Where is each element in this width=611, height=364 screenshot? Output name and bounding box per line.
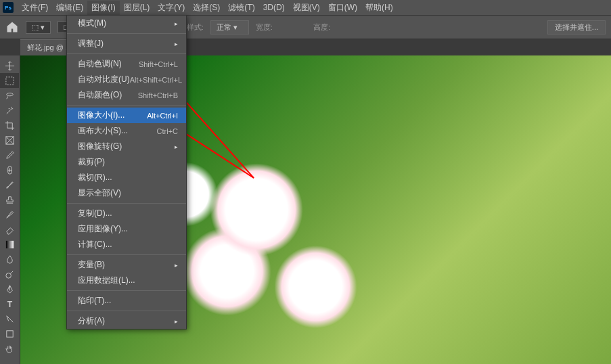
svg-rect-0 xyxy=(5,76,13,84)
menu-filter[interactable]: 滤镜(T) xyxy=(224,1,258,15)
width-label: 宽度: xyxy=(256,22,273,32)
toolbar: T xyxy=(0,55,20,364)
svg-rect-6 xyxy=(6,330,12,336)
menu-image-size[interactable]: 图像大小(I)...Alt+Ctrl+I xyxy=(67,108,186,123)
menu-reveal-all[interactable]: 显示全部(V) xyxy=(67,185,186,201)
menu-type[interactable]: 文字(Y) xyxy=(154,1,189,15)
marquee-tool[interactable] xyxy=(0,73,19,88)
frame-tool[interactable] xyxy=(0,133,19,147)
crop-tool[interactable] xyxy=(0,118,19,133)
menu-image[interactable]: 图像(I) xyxy=(87,1,119,15)
image-menu-dropdown: 模式(M) 调整(J) 自动色调(N)Shift+Ctrl+L 自动对比度(U)… xyxy=(66,15,187,329)
menu-auto-contrast[interactable]: 自动对比度(U)Alt+Shift+Ctrl+L xyxy=(67,72,186,87)
menu-image-rotation[interactable]: 图像旋转(G) xyxy=(67,139,186,154)
dodge-tool[interactable] xyxy=(0,267,19,281)
style-select[interactable]: 正常 ▾ xyxy=(210,20,249,35)
eyedropper-tool[interactable] xyxy=(0,147,19,162)
healing-tool[interactable] xyxy=(0,162,19,177)
svg-text:T: T xyxy=(7,300,12,309)
menu-canvas-size[interactable]: 画布大小(S)...Ctrl+C xyxy=(67,123,186,139)
height-label: 高度: xyxy=(313,22,330,32)
menu-crop[interactable]: 裁剪(P) xyxy=(67,154,186,170)
menu-adjustments[interactable]: 调整(J) xyxy=(67,36,186,51)
menubar: Ps 文件(F) 编辑(E) 图像(I) 图层(L) 文字(Y) 选择(S) 滤… xyxy=(0,0,611,15)
select-and-mask-button[interactable]: 选择并遮住... xyxy=(547,20,606,35)
gradient-tool[interactable] xyxy=(0,237,19,252)
home-icon[interactable] xyxy=(5,20,19,34)
style-label: 样式: xyxy=(187,22,204,32)
brush-tool[interactable] xyxy=(0,177,19,192)
menu-duplicate[interactable]: 复制(D)... xyxy=(67,206,186,221)
svg-point-4 xyxy=(5,273,11,278)
menu-auto-tone[interactable]: 自动色调(N)Shift+Ctrl+L xyxy=(67,56,186,72)
menu-apply-image[interactable]: 应用图像(Y)... xyxy=(67,221,186,237)
menu-calculations[interactable]: 计算(C)... xyxy=(67,237,186,252)
menu-window[interactable]: 窗口(W) xyxy=(324,1,361,15)
menu-analysis[interactable]: 分析(A) xyxy=(67,313,186,329)
menu-trim[interactable]: 裁切(R)... xyxy=(67,170,186,185)
menu-trap[interactable]: 陷印(T)... xyxy=(67,293,186,309)
stamp-tool[interactable] xyxy=(0,192,19,207)
menu-auto-color[interactable]: 自动颜色(O)Shift+Ctrl+B xyxy=(67,87,186,103)
menu-layer[interactable]: 图层(L) xyxy=(120,1,154,15)
menu-variables[interactable]: 变量(B) xyxy=(67,257,186,273)
hand-tool[interactable] xyxy=(0,341,19,356)
pen-tool[interactable] xyxy=(0,281,19,296)
shape-tool[interactable] xyxy=(0,326,19,341)
history-brush-tool[interactable] xyxy=(0,207,19,222)
type-tool[interactable]: T xyxy=(0,296,19,311)
svg-rect-3 xyxy=(5,240,13,248)
wand-tool[interactable] xyxy=(0,103,19,118)
tool-preset[interactable]: ⬚ ▾ xyxy=(26,21,51,34)
lasso-tool[interactable] xyxy=(0,88,19,103)
move-tool[interactable] xyxy=(0,58,19,73)
menu-apply-datasets[interactable]: 应用数据组(L)... xyxy=(67,273,186,288)
menu-3d[interactable]: 3D(D) xyxy=(259,1,289,14)
path-tool[interactable] xyxy=(0,311,19,326)
menu-view[interactable]: 视图(V) xyxy=(289,1,324,15)
menu-select[interactable]: 选择(S) xyxy=(189,1,224,15)
app-logo: Ps xyxy=(3,2,14,13)
menu-help[interactable]: 帮助(H) xyxy=(361,1,397,15)
eraser-tool[interactable] xyxy=(0,222,19,237)
menu-file[interactable]: 文件(F) xyxy=(18,1,52,15)
menu-mode[interactable]: 模式(M) xyxy=(67,16,186,31)
blur-tool[interactable] xyxy=(0,252,19,267)
menu-edit[interactable]: 编辑(E) xyxy=(52,1,87,15)
